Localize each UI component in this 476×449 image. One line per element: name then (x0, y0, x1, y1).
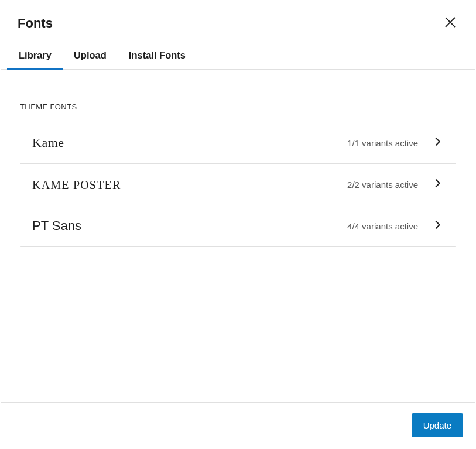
dialog-header: Fonts (1, 1, 475, 44)
font-name: Kame (32, 135, 64, 150)
chevron-right-icon (431, 177, 444, 192)
font-variants: 2/2 variants active (347, 180, 418, 190)
tab-upload[interactable]: Upload (74, 44, 107, 69)
font-row-right: 2/2 variants active (347, 177, 444, 192)
font-row-kame-poster[interactable]: KAME POSTER 2/2 variants active (20, 164, 456, 205)
close-button[interactable] (441, 13, 460, 33)
font-name: KAME POSTER (32, 177, 121, 191)
update-button[interactable]: Update (412, 413, 463, 437)
font-row-right: 1/1 variants active (347, 135, 444, 150)
font-row-kame[interactable]: Kame 1/1 variants active (20, 122, 456, 164)
font-variants: 1/1 variants active (347, 138, 418, 148)
section-label-theme-fonts: THEME FONTS (20, 102, 456, 111)
font-name: PT Sans (32, 218, 81, 234)
font-row-pt-sans[interactable]: PT Sans 4/4 variants active (20, 205, 456, 246)
dialog-footer: Update (1, 402, 475, 448)
fonts-dialog: Fonts Library Upload Install Fonts THEME… (1, 1, 475, 448)
font-row-right: 4/4 variants active (347, 218, 444, 234)
close-icon (443, 15, 457, 31)
font-list: Kame 1/1 variants active KAME POSTER 2/2… (20, 122, 456, 247)
dialog-content: THEME FONTS Kame 1/1 variants active KAM… (1, 70, 475, 402)
font-variants: 4/4 variants active (347, 221, 418, 231)
chevron-right-icon (431, 218, 444, 234)
chevron-right-icon (431, 135, 444, 150)
dialog-title: Fonts (18, 16, 53, 31)
tabs: Library Upload Install Fonts (1, 44, 475, 70)
tab-install-fonts[interactable]: Install Fonts (129, 44, 186, 69)
tab-library[interactable]: Library (19, 44, 52, 69)
